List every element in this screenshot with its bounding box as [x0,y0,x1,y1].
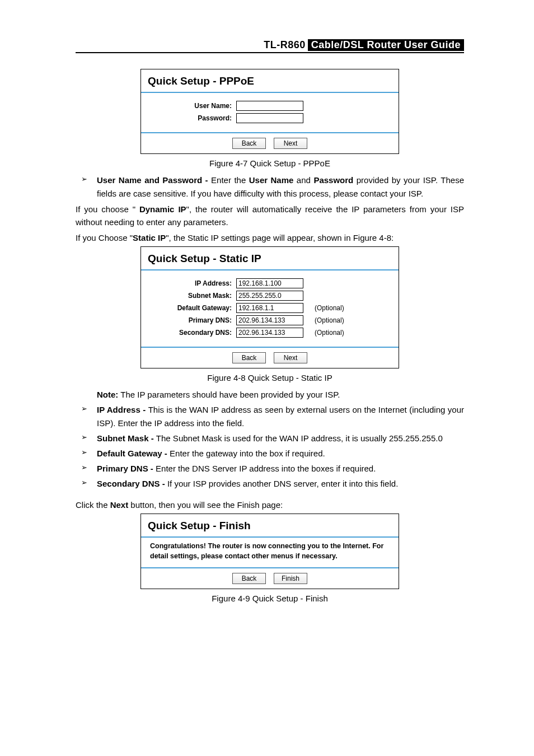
header-title: Cable/DSL Router User Guide [308,39,464,51]
row-gateway: Default Gateway: (Optional) [148,303,392,313]
input-password[interactable] [236,113,303,123]
back-button[interactable]: Back [232,573,266,584]
txt: ", the Static IP settings page will appe… [166,233,394,242]
bullet-sdns: Secondary DNS - If your ISP provides ano… [76,477,464,491]
row-pdns: Primary DNS: (Optional) [148,315,392,325]
rest: Enter the DNS Server IP address into the… [156,464,376,473]
bullet-gateway: Default Gateway - Enter the gateway into… [76,447,464,460]
lead: Secondary DNS - [97,479,167,488]
label-mask: Subnet Mask: [148,292,236,300]
note-line: Note: The IP parameters should have been… [97,388,464,401]
txt: If you Choose " [76,233,133,242]
txt-user: User Name [249,175,294,185]
rest: This is the WAN IP address as seen by ex… [97,405,464,428]
txt: If you choose " [76,204,139,214]
panel-finish: Quick Setup - Finish Congratulations! Th… [140,514,399,589]
label-ip: IP Address: [148,279,236,287]
input-mask[interactable] [236,291,303,301]
txt-dynip: Dynamic IP [139,204,186,214]
rest: The Subnet Mask is used for the WAN IP a… [156,433,443,443]
para-dynamic-ip: If you choose " Dynamic IP", the router … [76,203,464,229]
panel-static-ip: Quick Setup - Static IP IP Address: Subn… [140,246,399,368]
rest: If your ISP provides another DNS server,… [167,479,398,488]
bullet-list-pppoe: User Name and Password - Enter the User … [76,174,464,200]
row-sdns: Secondary DNS: (Optional) [148,328,392,338]
para-static-ip: If you Choose "Static IP", the Static IP… [76,231,464,244]
panel-static-heading: Quick Setup - Static IP [141,247,399,270]
next-button[interactable]: Next [274,138,307,149]
next-button[interactable]: Next [274,352,307,363]
page-header: TL-R860 Cable/DSL Router User Guide [76,39,464,53]
row-ip: IP Address: [148,278,392,288]
lead: Subnet Mask - [97,433,156,443]
finish-button[interactable]: Finish [274,573,307,584]
input-username[interactable] [236,101,303,111]
txt-pass: Password [313,175,353,185]
row-password: Password: [148,113,392,123]
header-model: TL-R860 [264,39,306,51]
back-button[interactable]: Back [232,138,266,149]
back-button[interactable]: Back [232,352,266,363]
bullet-pdns: Primary DNS - Enter the DNS Server IP ad… [76,462,464,475]
lead: IP Address - [97,405,148,414]
note-lead: Note: [97,390,118,399]
txt: Enter the [211,175,249,185]
label-username: User Name: [148,102,236,110]
label-sdns: Secondary DNS: [148,329,236,337]
note-rest: The IP parameters should have been provi… [118,390,340,399]
lead: Default Gateway - [97,449,170,458]
txt: and [293,175,313,185]
caption-fig48: Figure 4-8 Quick Setup - Static IP [76,373,464,382]
bullet-ip: IP Address - This is the WAN IP address … [76,403,464,430]
input-gateway[interactable] [236,303,303,313]
row-mask: Subnet Mask: [148,291,392,301]
input-pdns[interactable] [236,315,303,325]
panel-pppoe-heading: Quick Setup - PPPoE [141,69,399,93]
label-pdns: Primary DNS: [148,316,236,324]
input-ip[interactable] [236,278,303,288]
row-username: User Name: [148,101,392,111]
bullet-list-static: IP Address - This is the WAN IP address … [76,403,464,491]
label-gateway: Default Gateway: [148,304,236,312]
bullet-userpass: User Name and Password - Enter the User … [76,174,464,200]
rest: Enter the gateway into the box if requir… [170,449,325,458]
txt-staticip: Static IP [133,233,166,242]
input-sdns[interactable] [236,328,303,338]
bullet-userpass-lead: User Name and Password - [97,175,211,185]
para-click-next: Click the Next button, then you will see… [76,498,464,511]
caption-fig49: Figure 4-9 Quick Setup - Finish [76,594,464,603]
bullet-mask: Subnet Mask - The Subnet Mask is used fo… [76,432,464,445]
panel-finish-heading: Quick Setup - Finish [141,514,399,538]
lead: Primary DNS - [97,464,156,473]
caption-fig47: Figure 4-7 Quick Setup - PPPoE [76,158,464,168]
txt: Click the [76,500,110,510]
finish-message: Congratulations! The router is now conne… [141,538,399,567]
panel-pppoe: Quick Setup - PPPoE User Name: Password:… [140,69,399,154]
txt: button, then you will see the Finish pag… [128,500,283,510]
optional-gateway: (Optional) [315,304,344,312]
optional-pdns: (Optional) [315,316,344,324]
label-password: Password: [148,114,236,122]
txt-next: Next [110,500,129,510]
optional-sdns: (Optional) [315,329,344,337]
